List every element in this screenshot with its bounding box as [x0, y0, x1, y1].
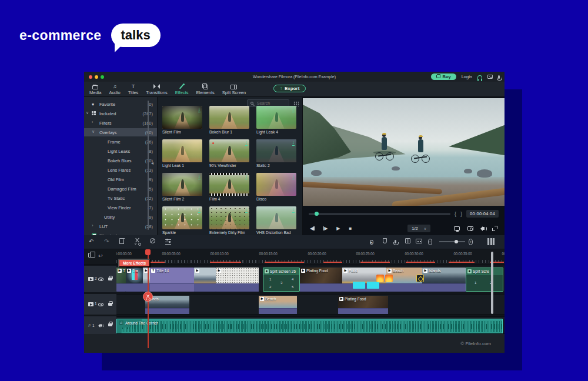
timeline-clip[interactable]: ▶	[143, 268, 150, 292]
sidebar-item-damaged-film[interactable]: Damaged Film(5)	[84, 185, 157, 193]
sidebar-item-favorite[interactable]: ♥ Favorite(0)	[84, 100, 157, 108]
effect-card[interactable]: ↓ Film 4	[209, 173, 249, 201]
sidebar-collapse-icon[interactable]: ◂	[151, 161, 153, 166]
eye-icon[interactable]	[98, 278, 103, 282]
download-icon[interactable]: ↓	[245, 173, 248, 179]
seek-bar[interactable]	[309, 213, 450, 215]
preview-video[interactable]	[303, 98, 505, 206]
play-button[interactable]: ▶	[336, 226, 340, 231]
tab-media[interactable]: Media	[89, 83, 101, 95]
effect-card[interactable]: ↓ Sparkle	[162, 206, 202, 235]
split-screen-clip[interactable]: ■Split Scre 1 2	[466, 268, 503, 292]
crop-button[interactable]	[150, 238, 155, 245]
sidebar-item-light-leaks[interactable]: Light Leaks(8)	[84, 147, 157, 155]
timeline-clip[interactable]: ▶Tra	[126, 268, 143, 292]
split-button[interactable]	[135, 238, 141, 246]
sidebar-item-utility[interactable]: Utility(9)	[84, 213, 157, 221]
download-icon[interactable]: ↓	[198, 106, 201, 112]
sidebar-item-view-finder[interactable]: View Finder(7)	[84, 203, 157, 212]
sidebar-item-old-film[interactable]: Old Film(9)	[84, 175, 157, 183]
download-icon[interactable]: ↓	[292, 173, 295, 179]
voice-mic-icon[interactable]	[498, 75, 500, 79]
effect-card[interactable]: Bokeh Blur 1	[209, 106, 249, 134]
effect-card[interactable]: ↓ 90's Viewfinder	[209, 139, 249, 168]
speaker-icon[interactable]	[98, 323, 102, 327]
buy-button[interactable]: Buy	[431, 73, 456, 80]
mark-out-icon[interactable]: }	[460, 211, 462, 217]
timeline-clip[interactable]: ▶Plating Food	[300, 268, 342, 292]
tab-split-screen[interactable]: Split Screen	[222, 83, 246, 95]
feedback-mail-icon[interactable]	[487, 75, 493, 79]
snapshot-icon[interactable]	[467, 226, 473, 230]
tab-audio[interactable]: ♫ Audio	[109, 83, 120, 95]
next-frame-button[interactable]: ▶	[323, 226, 328, 231]
transition-arrows-icon[interactable]	[416, 275, 424, 282]
fullscreen-icon[interactable]	[492, 226, 497, 231]
mark-in-icon[interactable]: {	[455, 211, 456, 217]
download-icon[interactable]: ↓	[198, 207, 201, 212]
sidebar-item-filters[interactable]: › Filters(160)	[84, 119, 157, 127]
lock-icon[interactable]	[108, 322, 112, 327]
auto-ripple-icon[interactable]	[88, 253, 92, 259]
audio-track-1[interactable]: ♫Around The Corner	[116, 316, 505, 334]
effect-card[interactable]: ↓ Silent Film 2	[162, 173, 202, 201]
previous-frame-button[interactable]: ◀	[310, 226, 315, 231]
video-track-2[interactable]: ▶T ▶Tra ▶ TTitle 14 ▶	[116, 266, 505, 292]
sidebar-scrollbar[interactable]	[148, 101, 149, 230]
render-preview-button[interactable]: ▶	[370, 238, 373, 245]
timeline-clip[interactable]: ▶Islands	[422, 268, 466, 292]
audio-clip[interactable]: ♫Around The Corner	[116, 319, 503, 334]
timeline-scrollbar[interactable]	[491, 252, 493, 314]
sidebar-item-frame[interactable]: Frame(26)	[84, 138, 157, 146]
stop-button[interactable]: ■	[349, 226, 352, 231]
adjust-button[interactable]	[165, 238, 171, 246]
timeline-clip[interactable]: ▶T	[116, 268, 126, 292]
lock-icon[interactable]	[108, 301, 112, 306]
playhead-handle[interactable]	[145, 249, 151, 255]
lock-icon[interactable]	[108, 276, 112, 281]
sidebar-item-overlays[interactable]: ∨ Overlays(90)	[84, 128, 157, 136]
playback-speed-dropdown[interactable]: 1/2 ∨	[407, 225, 430, 232]
zoom-out-button[interactable]: −	[428, 238, 432, 245]
tab-elements[interactable]: Elements	[196, 83, 214, 95]
video-track-1[interactable]: Islands ▶Beach ▶Plating Food	[116, 294, 505, 315]
eye-icon[interactable]	[98, 303, 103, 307]
effect-card[interactable]: ↓ VHS Distortion Bad	[256, 206, 296, 235]
download-icon[interactable]: ↓	[292, 140, 295, 145]
transition-fire-icon[interactable]	[376, 275, 384, 282]
login-link[interactable]: Login	[462, 74, 472, 79]
search-input[interactable]	[256, 101, 285, 106]
redo-button[interactable]: ↷	[104, 238, 109, 245]
sidebar-item-bokeh-blurs[interactable]: Bokeh Blurs(10)	[84, 156, 157, 165]
support-headset-icon[interactable]	[477, 75, 482, 79]
download-icon[interactable]: ↓	[292, 207, 295, 212]
sidebar-item-included[interactable]: ∨ Included(287)	[84, 109, 157, 118]
timeline-zoom-slider[interactable]	[439, 241, 465, 242]
tab-transitions[interactable]: Transitions	[146, 83, 167, 95]
seek-handle[interactable]	[315, 212, 319, 216]
link-icon[interactable]: ↩	[98, 253, 103, 259]
more-effects-button[interactable]: More Effects	[118, 259, 151, 268]
keyframe-button[interactable]	[416, 238, 422, 245]
volume-icon[interactable]	[483, 227, 485, 230]
effect-card[interactable]: ↓ Light Leak 4	[256, 106, 296, 134]
effect-card[interactable]: ↓ Silent Film	[162, 106, 202, 134]
split-screen-clip[interactable]: ■Split Screen 26 1 2 3 4 5	[263, 268, 300, 292]
download-icon[interactable]: ↓	[245, 140, 248, 145]
effect-card[interactable]: Light Leak 1	[162, 139, 202, 168]
download-icon[interactable]: ↓	[292, 106, 295, 112]
track-manager-button[interactable]	[487, 238, 495, 247]
marker-button[interactable]	[383, 238, 387, 245]
tab-effects[interactable]: Effects	[175, 83, 189, 95]
zoom-in-button[interactable]: +	[469, 238, 473, 245]
transition-fire-icon[interactable]	[385, 275, 393, 282]
download-icon[interactable]: ↓	[245, 207, 248, 212]
audio-mixer-button[interactable]	[405, 238, 410, 245]
display-device-icon[interactable]	[454, 226, 460, 230]
title-clip[interactable]: TTitle 14	[150, 268, 194, 292]
sidebar-item-tv-static[interactable]: Tv Static(12)	[84, 194, 157, 202]
export-button[interactable]: ↑ Export	[273, 85, 306, 92]
split-scissors-badge[interactable]	[143, 292, 153, 302]
sidebar-item-lens-flares[interactable]: Lens Flares(13)	[84, 166, 157, 174]
undo-button[interactable]: ↶	[89, 238, 93, 245]
